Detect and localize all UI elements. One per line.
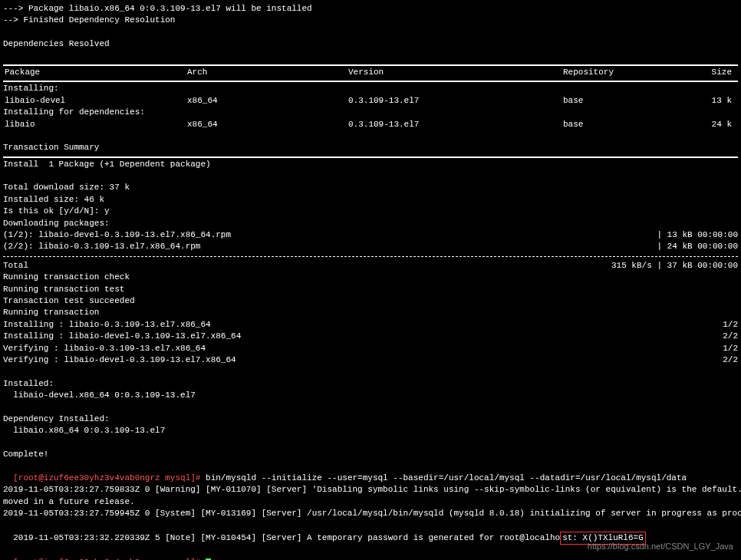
dep-installed-pkg: libaio.x86_64 0:0.3.109-13.el7 <box>3 425 738 436</box>
step-label: Verifying : libaio-devel-0.3.109-13.el7.… <box>3 354 236 366</box>
header-size: Size <box>686 67 732 78</box>
log-line: 2019-11-05T03:23:27.759833Z 0 [Warning] … <box>3 484 738 496</box>
blank-line <box>3 402 738 413</box>
step-row: Installing : libaio-devel-0.3.109-13.el7… <box>3 331 738 342</box>
table-header: Package Arch Version Repository Size <box>3 67 738 78</box>
header-repository: Repository <box>563 67 686 78</box>
table-row: libaio-devel x86_64 0.3.109-13.el7 base … <box>3 95 738 107</box>
watermark: https://blog.csdn.net/CSDN_LGY_Java <box>588 541 733 552</box>
shell-command: bin/mysqld --initialize --user=mysql --b… <box>200 473 687 483</box>
table-row: libaio x86_64 0.3.109-13.el7 base 24 k <box>3 119 738 130</box>
transaction-test: Running transaction test <box>3 284 738 295</box>
cell-size: 24 k <box>686 119 732 130</box>
step-row: Verifying : libaio-0.3.109-13.el7.x86_64… <box>3 343 738 354</box>
download-row: (1/2): libaio-devel-0.3.109-13.el7.x86_6… <box>3 229 738 241</box>
transaction-running: Running transaction <box>3 307 738 318</box>
installed-pkg: libaio-devel.x86_64 0:0.3.109-13.el7 <box>3 390 738 401</box>
blank-line <box>3 170 738 182</box>
step-count: 2/2 <box>723 331 738 342</box>
transaction-check: Running transaction check <box>3 272 738 283</box>
cell-arch: x86_64 <box>187 119 348 130</box>
blank-line <box>3 366 738 377</box>
cell-arch: x86_64 <box>187 95 348 107</box>
step-label: Installing : libaio-0.3.109-13.el7.x86_6… <box>3 319 211 331</box>
shell-prompt: [root@izuf6ee30yhz3v4vab0ngrz mysql]# <box>13 473 200 483</box>
log-line: moved in a future release. <box>3 496 738 508</box>
download-row: (2/2): libaio-0.3.109-13.el7.x86_64.rpm … <box>3 241 738 252</box>
dep-installed-title: Dependency Installed: <box>3 413 738 425</box>
cell-version: 0.3.109-13.el7 <box>348 119 563 130</box>
dashed-divider <box>3 256 738 257</box>
step-label: Installing : libaio-devel-0.3.109-13.el7… <box>3 331 241 342</box>
step-count: 1/2 <box>723 319 738 331</box>
complete-label: Complete! <box>3 449 738 460</box>
divider <box>3 156 738 157</box>
cell-version: 0.3.109-13.el7 <box>348 95 563 107</box>
install-summary: Install 1 Package (+1 Dependent package) <box>3 159 738 170</box>
log-text: 2019-11-05T03:23:32.220339Z 5 [Note] [MY… <box>13 533 560 542</box>
step-count: 1/2 <box>723 343 738 354</box>
divider <box>3 64 738 65</box>
command-line[interactable]: [root@izuf6ee30yhz3v4vab0ngrz mysql]# bi… <box>3 460 738 484</box>
step-row: Verifying : libaio-devel-0.3.109-13.el7.… <box>3 354 738 366</box>
output-line: ---> Package libaio.x86_64 0:0.3.109-13.… <box>3 3 738 15</box>
header-package: Package <box>3 67 187 78</box>
output-line: Dependencies Resolved <box>3 38 738 50</box>
shell-command <box>200 558 206 560</box>
downloading-label: Downloading packages: <box>3 218 738 229</box>
download-file: (1/2): libaio-devel-0.3.109-13.el7.x86_6… <box>3 229 231 241</box>
download-size: Total download size: 37 k <box>3 182 738 193</box>
log-line: 2019-11-05T03:23:27.759945Z 0 [System] [… <box>3 508 738 519</box>
step-count: 2/2 <box>723 354 738 366</box>
total-stats: 315 kB/s | 37 kB 00:00:00 <box>611 260 738 272</box>
cell-repo: base <box>563 119 686 130</box>
download-stats: | 24 kB 00:00:00 <box>657 241 738 252</box>
download-stats: | 13 kB 00:00:00 <box>657 229 738 241</box>
output-line <box>3 51 738 62</box>
download-file: (2/2): libaio-0.3.109-13.el7.x86_64.rpm <box>3 241 200 252</box>
transaction-summary-title: Transaction Summary <box>3 142 738 153</box>
section-installing-deps: Installing for dependencies: <box>3 107 738 118</box>
installed-size: Installed size: 46 k <box>3 194 738 206</box>
cell-size: 13 k <box>686 95 732 107</box>
output-line <box>3 27 738 38</box>
blank-line <box>3 130 738 142</box>
step-row: Installing : libaio-0.3.109-13.el7.x86_6… <box>3 319 738 331</box>
confirm-prompt: Is this ok [y/d/N]: y <box>3 206 738 217</box>
header-arch: Arch <box>187 67 348 78</box>
output-line: --> Finished Dependency Resolution <box>3 15 738 26</box>
total-label: Total <box>3 260 28 272</box>
total-row: Total 315 kB/s | 37 kB 00:00:00 <box>3 260 738 272</box>
cell-package: libaio-devel <box>3 95 187 107</box>
installed-title: Installed: <box>3 378 738 390</box>
section-installing: Installing: <box>3 83 738 94</box>
blank-line <box>3 437 738 449</box>
cell-repo: base <box>563 95 686 107</box>
cell-package: libaio <box>3 119 187 130</box>
divider <box>3 80 738 81</box>
step-label: Verifying : libaio-0.3.109-13.el7.x86_64 <box>3 343 206 354</box>
shell-prompt: [root@izuf6ee30yhz3v4vab0ngrz mysql]# <box>13 558 200 560</box>
transaction-succeeded: Transaction test succeeded <box>3 295 738 307</box>
header-version: Version <box>348 67 563 78</box>
